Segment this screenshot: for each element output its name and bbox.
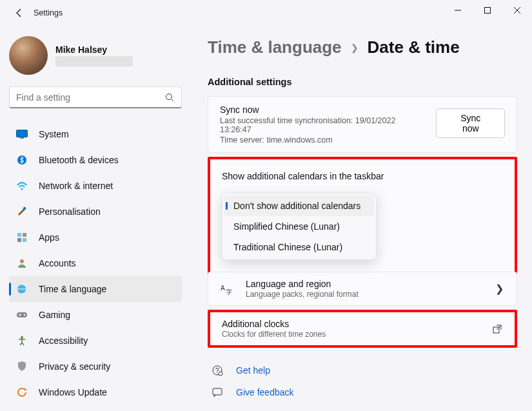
sidebar-item-label: Bluetooth & devices [39,155,119,165]
window-controls [443,0,532,21]
sidebar-item-bluetooth[interactable]: Bluetooth & devices [9,147,182,173]
svg-rect-9 [17,233,21,237]
sidebar: Mike Halsey System Bluetooth & devices N… [9,36,182,405]
sidebar-item-time-language[interactable]: Time & language [9,276,182,302]
sidebar-item-accessibility[interactable]: Accessibility [9,328,182,354]
sidebar-item-label: Windows Update [39,387,107,397]
svg-point-16 [24,314,26,316]
additional-settings-heading: Additional settings [208,77,517,87]
sidebar-item-personalisation[interactable]: Personalisation [9,199,182,225]
sidebar-item-label: Privacy & security [39,361,110,372]
apps-icon [15,231,28,244]
main-content: Time & language ❯ Date & time Additional… [208,37,517,403]
highlight-box-clocks: Additional clocks Clocks for different t… [208,310,517,348]
svg-rect-11 [17,238,21,242]
person-icon [15,257,28,270]
svg-rect-1 [485,8,491,14]
sidebar-item-label: System [39,129,69,139]
sync-now-button[interactable]: Sync now [436,108,505,138]
sidebar-item-apps[interactable]: Apps [9,225,182,250]
additional-calendars-label: Show additional calendars in the taskbar [222,171,503,181]
sidebar-item-label: Apps [39,232,59,243]
sidebar-item-windows-update[interactable]: Windows Update [9,379,182,405]
sidebar-item-label: Personalisation [39,206,101,217]
svg-point-17 [21,336,23,339]
brush-icon [15,205,28,218]
additional-clocks-title: Additional clocks [222,319,480,329]
minimize-button[interactable] [443,0,473,21]
sidebar-item-label: Gaming [39,310,70,320]
sidebar-item-label: Time & language [39,284,106,294]
sidebar-item-accounts[interactable]: Accounts [9,250,182,276]
breadcrumb: Time & language ❯ Date & time [208,37,517,57]
sidebar-item-label: Accounts [39,258,76,268]
additional-clocks-sub: Clocks for different time zones [222,330,480,339]
update-icon [15,386,28,399]
sidebar-item-system[interactable]: System [9,121,182,147]
svg-point-13 [20,259,24,263]
feedback-icon [210,385,224,399]
search-input[interactable] [16,92,164,103]
accessibility-icon [15,334,28,347]
calendars-dropdown[interactable]: Don't show additional calendars Simplifi… [222,193,377,260]
dropdown-option-none[interactable]: Don't show additional calendars [224,195,374,216]
sync-title: Sync now [220,105,428,115]
dropdown-option-traditional[interactable]: Traditional Chinese (Lunar) [224,237,374,257]
user-email-placeholder [55,56,133,66]
additional-clocks-row[interactable]: Additional clocks Clocks for different t… [210,312,515,345]
breadcrumb-parent[interactable]: Time & language [208,37,342,57]
svg-rect-12 [23,238,26,242]
shield-icon [15,360,28,373]
svg-text:字: 字 [226,288,232,296]
language-region-sub: Language packs, regional format [246,290,482,299]
svg-rect-10 [23,233,26,237]
open-external-icon [491,323,503,335]
svg-text:A: A [221,285,225,292]
help-icon: ? [210,363,224,377]
bottom-links: ? Get help Give feedback [208,359,517,403]
bluetooth-icon [15,154,28,166]
highlight-box-calendars: Show additional calendars in the taskbar… [208,157,517,274]
svg-rect-4 [17,130,28,137]
user-name: Mike Halsey [55,45,133,55]
give-feedback-link[interactable]: Give feedback [236,387,294,397]
globe-clock-icon [15,283,28,296]
sidebar-item-label: Network & internet [39,181,113,191]
give-feedback-row[interactable]: Give feedback [208,381,517,403]
sidebar-item-label: Accessibility [39,336,88,346]
svg-point-7 [21,188,23,190]
svg-point-2 [166,94,172,99]
svg-rect-24 [213,388,222,395]
svg-line-3 [172,99,174,101]
sync-server: Time server: time.windows.com [220,135,428,145]
language-icon: A字 [220,282,234,296]
dropdown-option-simplified[interactable]: Simplified Chinese (Lunar) [224,216,374,237]
get-help-row[interactable]: ? Get help [208,359,517,381]
chevron-right-icon: ❯ [351,43,359,53]
user-block[interactable]: Mike Halsey [9,36,182,75]
get-help-link[interactable]: Get help [236,365,270,376]
page-title: Date & time [368,37,460,57]
wifi-icon [15,179,28,192]
system-icon [15,128,28,141]
sync-last: Last successful time synchronisation: 19… [220,116,428,134]
window-title: Settings [34,8,63,17]
gaming-icon [15,308,28,321]
sidebar-item-network[interactable]: Network & internet [9,173,182,199]
chevron-right-icon: ❯ [493,283,505,295]
avatar [9,36,48,75]
search-icon [164,92,175,103]
close-button[interactable] [502,0,532,21]
svg-rect-5 [20,137,24,139]
sidebar-item-gaming[interactable]: Gaming [9,302,182,328]
svg-point-23 [219,372,222,376]
language-region-title: Language and region [246,279,482,289]
svg-rect-15 [17,312,27,317]
sidebar-item-privacy[interactable]: Privacy & security [9,354,182,379]
search-box[interactable] [9,86,182,108]
back-button[interactable] [10,4,28,22]
maximize-button[interactable] [473,0,502,21]
sync-card: Sync now Last successful time synchronis… [208,96,517,153]
language-region-row[interactable]: A字 Language and region Language packs, r… [208,272,517,306]
nav-list: System Bluetooth & devices Network & int… [9,121,182,405]
